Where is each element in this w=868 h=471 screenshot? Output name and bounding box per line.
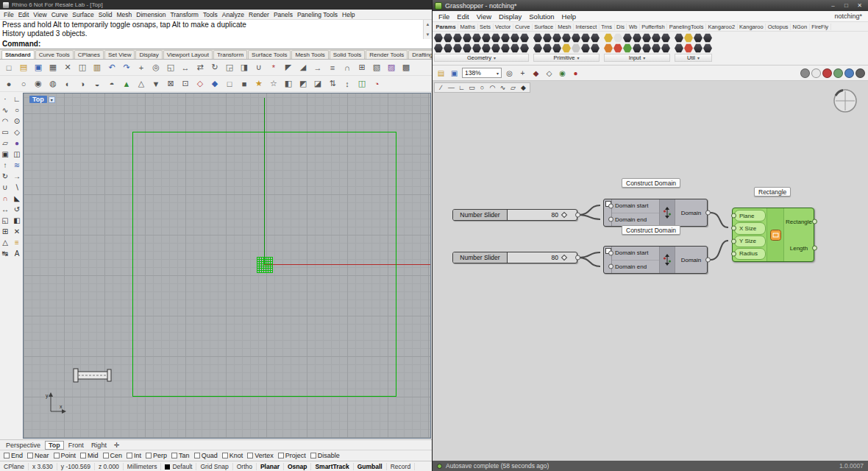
osnap-item-perp[interactable]: Perp bbox=[146, 452, 167, 459]
toolbar-extend-icon[interactable]: → bbox=[311, 61, 324, 74]
sidebar-tool-point-icon[interactable]: · bbox=[0, 93, 10, 104]
osnap-item-near[interactable]: Near bbox=[27, 452, 49, 459]
sidebar-tool-rectangle-icon[interactable]: ▭ bbox=[0, 127, 10, 137]
osnap-checkbox-mid[interactable] bbox=[80, 453, 86, 458]
palette-component-icon[interactable] bbox=[543, 43, 552, 53]
palette-component-icon[interactable] bbox=[434, 33, 443, 43]
viewport-tab-front[interactable]: Front bbox=[65, 442, 87, 449]
input-nub[interactable] bbox=[731, 213, 736, 219]
gh-tab-dis[interactable]: Dis bbox=[615, 24, 627, 30]
palette-component-icon[interactable] bbox=[684, 33, 693, 43]
slider-name[interactable]: Number Slider bbox=[453, 252, 508, 263]
palette-component-icon[interactable] bbox=[591, 43, 600, 53]
sidebar-tool-cylinder-icon[interactable]: ◫ bbox=[12, 149, 22, 159]
palette-component-icon[interactable] bbox=[604, 43, 613, 53]
rhino-tab-set-view[interactable]: Set View bbox=[104, 50, 135, 59]
palette-component-icon[interactable] bbox=[581, 43, 590, 53]
gh-tab-wb[interactable]: Wb bbox=[627, 24, 639, 30]
palette-component-icon[interactable] bbox=[613, 43, 622, 53]
rhino-menu-dimension[interactable]: Dimension bbox=[134, 11, 168, 18]
palette-component-icon[interactable] bbox=[511, 43, 519, 53]
osnap-item-end[interactable]: End bbox=[4, 452, 23, 459]
palette-component-icon[interactable] bbox=[453, 43, 462, 53]
gh-tab-maths[interactable]: Maths bbox=[458, 24, 477, 30]
viewport-tab-right[interactable]: Right bbox=[88, 442, 110, 449]
palette-component-icon[interactable] bbox=[511, 33, 519, 43]
input-nub[interactable] bbox=[731, 251, 736, 256]
palette-group-label-primitive[interactable]: Primitive▾ bbox=[533, 54, 600, 62]
number-slider[interactable]: Number Slider 80 bbox=[452, 252, 577, 263]
sidebar-tool-move-icon[interactable]: ↔ bbox=[0, 204, 10, 214]
palette-group-label-geometry[interactable]: Geometry▾ bbox=[434, 54, 529, 62]
status-toggle-record[interactable]: Record bbox=[387, 463, 415, 470]
palette-component-icon[interactable] bbox=[501, 43, 510, 53]
palette-component-icon[interactable] bbox=[694, 43, 702, 53]
palette-component-icon[interactable] bbox=[591, 33, 600, 43]
output-nub[interactable] bbox=[705, 258, 711, 263]
rhino-menu-surface[interactable]: Surface bbox=[70, 11, 96, 18]
rhino-menu-edit[interactable]: Edit bbox=[16, 11, 32, 18]
sidebar-tool-extrude-icon[interactable]: ↑ bbox=[0, 160, 10, 170]
gh-tab-surface[interactable]: Surface bbox=[533, 24, 556, 30]
status-toggle-ortho[interactable]: Ortho bbox=[233, 463, 257, 470]
palette-component-icon[interactable] bbox=[623, 33, 632, 43]
sidebar-tool-sweep-icon[interactable]: → bbox=[12, 171, 22, 181]
toolbar-move-icon[interactable]: ↔ bbox=[179, 61, 192, 74]
palette-component-icon[interactable] bbox=[642, 43, 651, 53]
input-nub[interactable] bbox=[608, 250, 613, 255]
rhino-tab-drafting[interactable]: Drafting bbox=[408, 50, 432, 59]
rhino-menu-view[interactable]: View bbox=[31, 11, 49, 18]
osnap-checkbox-int[interactable] bbox=[127, 453, 132, 458]
toolbar-wireframe-icon[interactable]: □ bbox=[223, 77, 236, 91]
rhino-menu-transform[interactable]: Transform bbox=[168, 11, 200, 18]
gh-menu-help[interactable]: Help bbox=[558, 13, 580, 21]
rhino-tab-standard[interactable]: Standard bbox=[1, 50, 35, 59]
osnap-checkbox-end[interactable] bbox=[4, 453, 10, 458]
toolbar-shaded-icon[interactable]: ■ bbox=[238, 77, 251, 91]
sidebar-tool-trim-icon[interactable]: ✕ bbox=[12, 226, 22, 236]
palette-component-icon[interactable] bbox=[562, 43, 571, 53]
gh-tab-mesh[interactable]: Mesh bbox=[556, 24, 574, 30]
rhino-menu-help[interactable]: Help bbox=[340, 11, 357, 18]
toolbar-scale-icon[interactable]: ◲ bbox=[223, 61, 236, 74]
gh-tab-kangaroo2[interactable]: Kangaroo2 bbox=[706, 24, 738, 30]
gh-menu-edit[interactable]: Edit bbox=[453, 13, 472, 21]
toolbar-properties-icon[interactable]: ▩ bbox=[399, 61, 413, 74]
output-nub[interactable] bbox=[812, 219, 817, 224]
rhino-menu-paneling-tools[interactable]: Paneling Tools bbox=[295, 11, 340, 18]
toolbar-cen-filter-icon[interactable]: ◐ bbox=[61, 77, 74, 91]
gh-tab-curve[interactable]: Curve bbox=[513, 24, 533, 30]
gh-tab-intersect[interactable]: Intersect bbox=[574, 24, 600, 30]
gh-sketch-curve-icon[interactable]: ∿ bbox=[498, 84, 508, 91]
osnap-item-quad[interactable]: Quad bbox=[194, 452, 218, 459]
toolbar-undo-icon[interactable]: ↶ bbox=[105, 61, 118, 74]
gh-tab-octopus[interactable]: Octopus bbox=[766, 24, 791, 30]
toolbar-ortho-toggle-icon[interactable]: ↕ bbox=[341, 77, 354, 91]
sidebar-tool-fillet-edge-icon[interactable]: ∩ bbox=[0, 193, 10, 203]
number-slider[interactable]: Number Slider 80 bbox=[452, 209, 577, 221]
rhino-menu-render[interactable]: Render bbox=[246, 11, 271, 18]
rhino-tab-display[interactable]: Display bbox=[135, 50, 162, 59]
sidebar-tool-join-icon[interactable]: ≡ bbox=[12, 237, 22, 247]
palette-component-icon[interactable] bbox=[581, 33, 590, 43]
palette-component-icon[interactable] bbox=[463, 33, 472, 43]
toolbar-ghosted-icon[interactable]: ☆ bbox=[267, 77, 280, 91]
gh-preview-wire-ball-icon[interactable] bbox=[811, 68, 821, 78]
palette-component-icon[interactable] bbox=[520, 33, 529, 43]
palette-component-icon[interactable] bbox=[482, 33, 491, 43]
palette-component-icon[interactable] bbox=[552, 43, 561, 53]
command-scrollbar[interactable]: ▲▼ bbox=[423, 20, 432, 39]
rhino-tab-render-tools[interactable]: Render Tools bbox=[366, 50, 408, 59]
palette-component-icon[interactable] bbox=[572, 33, 580, 43]
toolbar-cut-icon[interactable]: ✕ bbox=[61, 61, 74, 74]
rhino-menu-curve[interactable]: Curve bbox=[49, 11, 71, 18]
command-prompt[interactable]: Command: bbox=[0, 39, 432, 49]
rhino-tab-cplanes[interactable]: CPlanes bbox=[74, 50, 104, 59]
input-nub[interactable] bbox=[608, 217, 613, 222]
osnap-item-project[interactable]: Project bbox=[278, 452, 306, 459]
toolbar-near-filter-icon[interactable]: ◉ bbox=[32, 77, 45, 91]
sidebar-tool-arc-icon[interactable]: ◠ bbox=[0, 116, 10, 126]
gh-tab-vector[interactable]: Vector bbox=[494, 24, 513, 30]
viewport-tab-perspective[interactable]: Perspective bbox=[3, 442, 43, 449]
osnap-item-cen[interactable]: Cen bbox=[103, 452, 123, 459]
